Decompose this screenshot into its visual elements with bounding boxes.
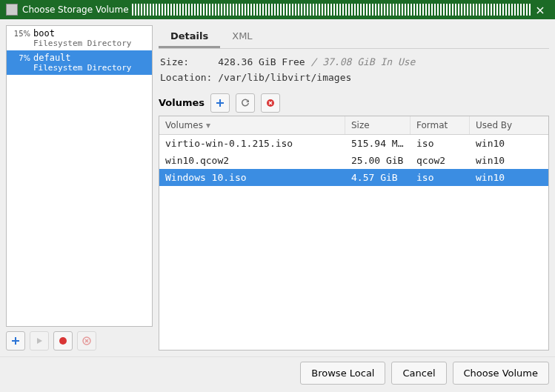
col-volumes[interactable]: Volumes ▾: [159, 116, 345, 134]
titlebar-decoration: [132, 4, 531, 16]
app-icon: [6, 4, 18, 16]
pool-name: boot: [33, 28, 131, 39]
vol-used-by: win10: [470, 152, 548, 169]
pool-item[interactable]: 7%defaultFilesystem Directory: [7, 50, 152, 75]
volumes-label: Volumes: [159, 97, 205, 108]
close-icon[interactable]: ×: [531, 3, 549, 17]
size-separator: /: [311, 56, 323, 67]
start-pool-button[interactable]: [30, 331, 49, 351]
tab-xml[interactable]: XML: [220, 25, 264, 48]
titlebar: Choose Storage Volume ×: [0, 0, 555, 19]
svg-point-0: [59, 337, 67, 345]
table-row[interactable]: virtio-win-0.1.215.iso515.94 MiBisowin10: [159, 135, 548, 152]
col-used-by[interactable]: Used By: [470, 116, 548, 134]
sort-desc-icon: ▾: [206, 120, 210, 130]
vol-used-by: win10: [470, 135, 548, 152]
volumes-toolbar: Volumes: [159, 93, 549, 113]
table-row[interactable]: Windows 10.iso4.57 GiBisowin10: [159, 169, 548, 186]
pool-item[interactable]: 15%bootFilesystem Directory: [7, 26, 152, 50]
volumes-header: Volumes ▾ Size Format Used By: [159, 116, 548, 135]
add-pool-button[interactable]: [6, 331, 25, 351]
pool-percent: 7%: [10, 53, 30, 62]
tabs: Details XML: [159, 25, 549, 49]
pool-info: Size: 428.36 GiB Free / 37.08 GiB In Use…: [159, 53, 549, 92]
stop-pool-button[interactable]: [53, 331, 73, 351]
pool-percent: 15%: [10, 28, 30, 38]
pool-type: Filesystem Directory: [33, 63, 131, 73]
cancel-button[interactable]: Cancel: [391, 362, 446, 385]
pool-toolbar: [6, 327, 153, 351]
size-used: 37.08 GiB In Use: [322, 56, 415, 67]
pool-sidebar: 15%bootFilesystem Directory7%defaultFile…: [6, 25, 153, 351]
vol-format: iso: [411, 169, 470, 186]
delete-pool-button[interactable]: [77, 331, 96, 351]
main-panel: Details XML Size: 428.36 GiB Free / 37.0…: [159, 25, 549, 351]
choose-volume-button[interactable]: Choose Volume: [453, 362, 549, 385]
add-volume-button[interactable]: [210, 93, 230, 113]
tab-details[interactable]: Details: [159, 25, 220, 48]
pool-name: default: [33, 53, 131, 63]
pool-type: Filesystem Directory: [33, 39, 131, 48]
vol-name: Windows 10.iso: [159, 169, 345, 186]
location-label: Location:: [160, 72, 212, 83]
vol-name: virtio-win-0.1.215.iso: [159, 135, 345, 152]
col-volumes-label: Volumes: [165, 120, 203, 130]
col-size[interactable]: Size: [345, 116, 411, 134]
vol-format: qcow2: [411, 152, 470, 169]
vol-size: 25.00 GiB: [345, 152, 411, 169]
col-format[interactable]: Format: [411, 116, 470, 134]
size-free: 428.36 GiB Free: [218, 56, 305, 67]
dialog-footer: Browse Local Cancel Choose Volume: [0, 356, 555, 392]
delete-volume-button[interactable]: [261, 93, 280, 113]
vol-used-by: win10: [470, 169, 548, 186]
vol-size: 4.57 GiB: [345, 169, 411, 186]
location-value: /var/lib/libvirt/images: [218, 72, 351, 83]
vol-format: iso: [411, 135, 470, 152]
volumes-table: Volumes ▾ Size Format Used By virtio-win…: [159, 116, 549, 351]
refresh-volumes-button[interactable]: [236, 93, 255, 113]
table-row[interactable]: win10.qcow225.00 GiBqcow2win10: [159, 152, 548, 169]
vol-size: 515.94 MiB: [345, 135, 411, 152]
window-title: Choose Storage Volume: [22, 4, 129, 15]
pool-list[interactable]: 15%bootFilesystem Directory7%defaultFile…: [6, 25, 153, 327]
vol-name: win10.qcow2: [159, 152, 345, 169]
size-label: Size:: [160, 56, 189, 67]
browse-local-button[interactable]: Browse Local: [300, 362, 385, 385]
